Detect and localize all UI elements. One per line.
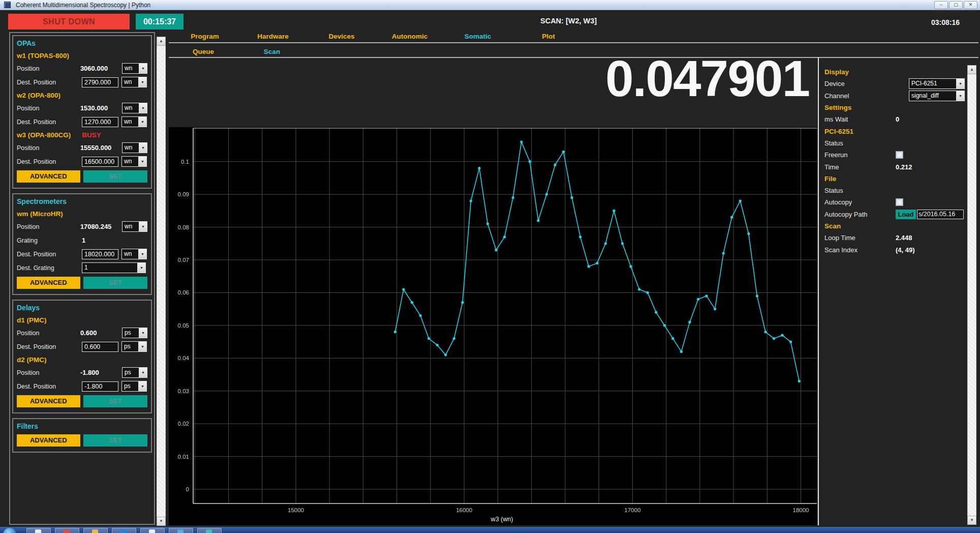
readout-row: Position3060.000wn▼ [17,62,147,75]
unit-select[interactable]: wn▼ [122,142,147,153]
chevron-down-icon[interactable]: ▼ [139,103,147,113]
chevron-down-icon[interactable]: ▼ [138,117,146,127]
unit-select[interactable]: wn▼ [121,77,147,87]
chevron-down-icon[interactable]: ▼ [139,143,147,153]
chevron-down-icon[interactable]: ▼ [956,79,964,88]
unit-select[interactable]: wn▼ [121,156,147,167]
tab-hardware[interactable]: Hardware [257,33,289,40]
unit-select[interactable]: ps▼ [122,328,147,338]
chevron-down-icon[interactable]: ▼ [138,157,146,166]
panel-separator [818,57,819,525]
chevron-down-icon[interactable]: ▼ [138,342,146,351]
x-tick-label: 16000 [456,507,472,513]
subtab-queue[interactable]: Queue [193,48,214,55]
scroll-down-icon[interactable]: ▼ [157,517,166,526]
unit-select[interactable]: wn▼ [122,63,147,74]
chevron-down-icon[interactable]: ▼ [139,64,147,73]
scan-plot[interactable]: 00.010.020.030.040.050.060.070.080.090.1… [169,127,817,525]
chevron-down-icon[interactable]: ▼ [139,328,147,338]
dest-position-input[interactable]: 16500.000 [82,157,118,167]
main-vertical-scrollbar[interactable] [157,37,166,526]
unit-select[interactable]: wn▼ [122,221,147,232]
advanced-button[interactable]: ADVANCED [17,277,80,289]
select-value: 1 [82,263,137,273]
minimize-button[interactable]: – [934,1,948,9]
autocopy-checkbox[interactable] [896,198,903,206]
unit-select[interactable]: ps▼ [121,341,147,352]
settings-label: Status [824,187,896,194]
set-button[interactable]: SET [83,434,147,447]
unit-select[interactable]: wn▼ [122,103,147,113]
shutdown-button[interactable]: SHUT DOWN [8,14,130,29]
tab-somatic[interactable]: Somatic [465,33,492,40]
input-row: Dest. Position2790.000wn▼ [17,75,147,89]
unit-select[interactable]: ps▼ [122,367,147,378]
x-tick-label: 17000 [624,507,640,513]
chevron-down-icon[interactable]: ▼ [139,368,147,377]
channel-select[interactable]: signal_diff▼ [909,91,965,101]
chevron-down-icon[interactable]: ▼ [956,91,964,101]
hardware-sidebar: OPAsw1 (TOPAS-800)Position3060.000wn▼Des… [9,32,155,525]
tab-program[interactable]: Program [191,33,219,40]
maximize-button[interactable]: ▢ [949,1,963,9]
unit-select-value: wn [122,157,138,166]
readout-row: Position-1.800ps▼ [17,366,147,379]
settings-scroll-up-icon[interactable]: ▲ [967,65,976,74]
unit-select-value: ps [122,381,138,391]
taskbar-app-button[interactable] [112,528,136,533]
close-button[interactable]: ✕ [964,1,977,9]
plot-canvas[interactable]: 00.010.020.030.040.050.060.070.080.090.1… [169,127,817,525]
advanced-button[interactable]: ADVANCED [17,170,80,183]
dest-position-input[interactable]: 1270.000 [82,117,118,127]
dest-position-input[interactable]: -1.800 [82,381,118,392]
chevron-down-icon[interactable]: ▼ [138,77,146,87]
window-titlebar[interactable]: Coherent Multidimensional Spectroscopy |… [0,0,980,10]
advanced-button[interactable]: ADVANCED [17,434,80,447]
taskbar-app-button[interactable] [140,528,165,533]
data-point [638,288,640,290]
settings-row: Scan Index(4, 49) [824,244,965,255]
unit-select[interactable]: wn▼ [121,116,147,127]
field-label: Dest. Grating [17,264,82,272]
unit-select[interactable]: wn▼ [121,249,147,259]
data-point [612,210,615,212]
dest-position-input[interactable]: 0.600 [82,342,118,352]
taskbar-app-button[interactable] [169,528,193,533]
subtab-scan[interactable]: Scan [264,48,280,55]
unit-select[interactable]: ps▼ [121,381,147,392]
tab-devices[interactable]: Devices [328,33,354,40]
field-label: Position [17,144,80,152]
dest-position-input[interactable]: 18020.000 [82,249,118,259]
start-button-icon[interactable] [3,528,16,533]
autocopy-path-input[interactable]: s/2016.05.16 [917,210,964,219]
taskbar-app-button[interactable] [83,528,108,533]
status-badge: BUSY [82,131,101,139]
load-button[interactable]: Load [896,210,916,219]
settings-vertical-scrollbar[interactable] [967,65,976,525]
taskbar-app-button[interactable] [26,528,51,533]
data-point [596,262,598,264]
device-select[interactable]: PCI-6251▼ [909,78,965,89]
chevron-down-icon[interactable]: ▼ [138,381,146,391]
freerun-checkbox[interactable] [896,151,903,159]
settings-value: 0 [896,115,899,123]
set-button[interactable]: SET [83,277,147,289]
unit-select-value: wn [122,222,139,231]
taskbar-app-button[interactable] [197,528,222,533]
windows-taskbar[interactable] [0,527,980,533]
dest-grating-select[interactable]: 1▼ [82,262,146,273]
section-header: Filters [17,420,147,432]
chevron-down-icon[interactable]: ▼ [137,263,145,273]
set-button[interactable]: SET [83,395,147,407]
tab-autonomic[interactable]: Autonomic [392,33,428,40]
chevron-down-icon[interactable]: ▼ [138,249,146,259]
tab-plot[interactable]: Plot [542,33,555,40]
scroll-up-icon[interactable]: ▲ [157,37,166,46]
settings-scroll-down-icon[interactable]: ▼ [967,516,976,525]
data-point [655,311,657,314]
set-button[interactable]: SET [83,170,147,183]
chevron-down-icon[interactable]: ▼ [139,222,147,231]
taskbar-app-button[interactable] [55,528,79,533]
advanced-button[interactable]: ADVANCED [17,395,80,407]
dest-position-input[interactable]: 2790.000 [82,77,118,87]
